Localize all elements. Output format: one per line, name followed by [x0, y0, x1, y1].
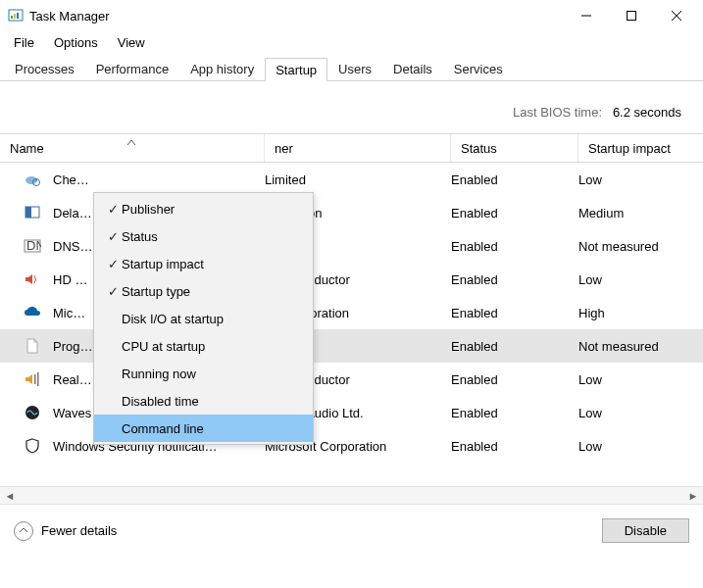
footer: Fewer details Disable	[0, 504, 703, 557]
window-title: Task Manager	[29, 9, 110, 24]
menu-view[interactable]: View	[110, 33, 153, 52]
disable-button[interactable]: Disable	[602, 518, 689, 543]
tab-performance[interactable]: Performance	[85, 57, 179, 80]
row-status: Enabled	[451, 439, 578, 454]
minimize-button[interactable]	[564, 0, 609, 31]
horizontal-scrollbar[interactable]: ◄ ►	[0, 486, 703, 504]
onedrive-icon	[24, 304, 41, 321]
ctx-running-now[interactable]: Running now	[94, 360, 313, 387]
chevron-up-icon	[14, 521, 33, 541]
maximize-button[interactable]	[609, 0, 654, 31]
ctx-status[interactable]: ✓Status	[94, 222, 313, 250]
row-status: Enabled	[451, 406, 578, 420]
svg-rect-2	[14, 14, 16, 19]
cloud-sync-icon	[24, 171, 41, 188]
menubar: File Options View	[0, 31, 703, 56]
row-status: Enabled	[451, 372, 578, 387]
ctx-disk-io[interactable]: Disk I/O at startup	[94, 305, 313, 332]
ctx-disabled-time[interactable]: Disabled time	[94, 387, 313, 415]
menu-options[interactable]: Options	[46, 33, 106, 52]
ctx-startup-type[interactable]: ✓Startup type	[94, 277, 313, 305]
sort-asc-icon	[127, 133, 135, 148]
tab-processes[interactable]: Processes	[4, 57, 85, 80]
row-status: Enabled	[451, 239, 578, 254]
bios-time: Last BIOS time: 6.2 seconds	[0, 81, 703, 133]
scroll-left-icon[interactable]: ◄	[2, 488, 18, 504]
titlebar: Task Manager	[0, 0, 703, 31]
row-status: Enabled	[451, 206, 578, 220]
row-impact: Not measured	[578, 239, 703, 254]
table-row[interactable]: Che… Limited Enabled Low	[0, 163, 703, 196]
col-startup-impact[interactable]: Startup impact	[578, 134, 703, 162]
row-impact: Not measured	[578, 339, 703, 354]
row-status: Enabled	[451, 306, 578, 320]
menu-file[interactable]: File	[6, 33, 42, 52]
row-impact: Low	[578, 439, 703, 454]
tabstrip: Processes Performance App history Startu…	[0, 56, 703, 81]
svg-rect-11	[25, 207, 31, 218]
col-publisher[interactable]: ner	[265, 134, 451, 162]
row-impact: Low	[578, 272, 703, 287]
bios-label: Last BIOS time:	[513, 105, 602, 120]
speaker-bars-icon	[24, 370, 41, 388]
ctx-cpu[interactable]: CPU at startup	[94, 332, 313, 360]
row-impact: High	[578, 306, 703, 320]
col-status[interactable]: Status	[451, 134, 578, 162]
scroll-right-icon[interactable]: ►	[685, 488, 701, 504]
row-status: Enabled	[451, 339, 578, 354]
row-publisher: Limited	[265, 172, 451, 187]
fewer-details-button[interactable]: Fewer details	[14, 521, 117, 541]
tab-details[interactable]: Details	[382, 57, 443, 80]
check-icon: ✓	[104, 284, 122, 299]
tab-services[interactable]: Services	[443, 57, 514, 80]
bios-value: 6.2 seconds	[613, 105, 681, 120]
check-icon: ✓	[104, 202, 122, 217]
row-impact: Low	[578, 372, 703, 387]
col-name[interactable]: Name	[0, 134, 265, 162]
row-name: Che…	[53, 172, 265, 187]
ctx-publisher[interactable]: ✓Publisher	[94, 195, 313, 222]
check-icon: ✓	[104, 229, 122, 244]
row-impact: Low	[578, 172, 703, 187]
check-icon: ✓	[104, 257, 122, 271]
row-status: Enabled	[451, 272, 578, 287]
tab-users[interactable]: Users	[327, 57, 382, 80]
shield-icon	[24, 437, 41, 455]
svg-rect-15	[37, 372, 39, 386]
app-icon	[8, 8, 24, 24]
tab-startup[interactable]: Startup	[265, 58, 327, 81]
svg-rect-3	[17, 13, 19, 19]
svg-rect-5	[628, 12, 636, 21]
ctx-command-line[interactable]: Command line	[94, 415, 313, 442]
svg-rect-14	[34, 374, 36, 384]
tab-app-history[interactable]: App history	[179, 57, 265, 80]
row-status: Enabled	[451, 172, 578, 187]
row-impact: Medium	[578, 206, 703, 220]
waves-icon	[24, 404, 41, 421]
column-context-menu: ✓Publisher ✓Status ✓Startup impact ✓Star…	[93, 192, 314, 445]
svg-text:DNS: DNS	[26, 238, 41, 253]
speaker-red-icon	[24, 270, 41, 288]
table-header: Name ner Status Startup impact	[0, 133, 703, 163]
dns-icon: DNS	[24, 237, 41, 255]
ctx-startup-impact[interactable]: ✓Startup impact	[94, 250, 313, 277]
close-button[interactable]	[654, 0, 699, 31]
svg-rect-1	[11, 16, 13, 19]
panel-icon	[24, 204, 41, 221]
row-impact: Low	[578, 406, 703, 420]
file-icon	[24, 337, 41, 355]
